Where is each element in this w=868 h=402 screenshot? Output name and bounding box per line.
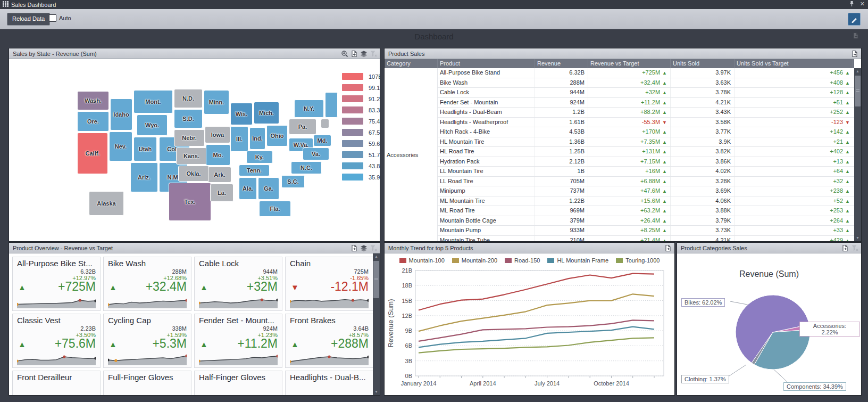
- cards-scrollbar[interactable]: ▲ ▼: [373, 253, 380, 395]
- map-state-kans[interactable]: Kans.: [176, 147, 207, 165]
- table-rows: All-Purpose Bike Stand 6.32B +725M▲ 3.97…: [438, 68, 854, 241]
- table-row[interactable]: All-Purpose Bike Stand 6.32B +725M▲ 3.97…: [438, 68, 854, 78]
- map-state-iowa[interactable]: Iowa: [205, 126, 230, 143]
- table-row[interactable]: Mountain Pump 933M +8.25M▲ 3.73K +33▲: [438, 226, 854, 236]
- table-row[interactable]: Hitch Rack - 4-Bike 4.53B +170M▲ 3.77K +…: [438, 127, 854, 137]
- product-card-cycling-cap[interactable]: Cycling Cap 338M +1.59% +5.3M ▲: [103, 314, 191, 368]
- map-state-nev[interactable]: Nev.: [109, 132, 132, 161]
- map-state-unlabeled[interactable]: [325, 92, 338, 118]
- product-card-cable-lock[interactable]: Cable Lock 944M +3.51% +32M ▲: [194, 257, 282, 311]
- map-state-wis[interactable]: Wis.: [230, 103, 253, 125]
- column-header-units-sold-vs-target[interactable]: Units Sold vs Target: [735, 59, 853, 68]
- product-card-front-derailleur[interactable]: Front Derailleur ▲: [12, 371, 101, 395]
- export-icon[interactable]: [841, 244, 849, 252]
- table-row[interactable]: Mountain Tire Tube 210M +21.4M▲ 4.21K +4…: [438, 236, 854, 242]
- map-state-mont[interactable]: Mont.: [133, 90, 173, 113]
- table-row[interactable]: Hydration Pack 2.12B +7.15M▲ 3.86K +13▲: [438, 157, 854, 167]
- product-card-classic-vest[interactable]: Classic Vest 2.23B +3.50% +75.6M ▲: [12, 314, 101, 368]
- svg-text:July 2014: July 2014: [535, 380, 560, 387]
- map-state-nd[interactable]: N.D.: [174, 89, 203, 108]
- export-icon[interactable]: [350, 50, 358, 58]
- column-header-revenue-vs-target[interactable]: Revenue vs Target: [588, 59, 671, 68]
- layers-icon[interactable]: [360, 50, 368, 58]
- map-state-va[interactable]: Va.: [303, 147, 329, 160]
- product-card-front-brakes[interactable]: Front Brakes 3.64B +8.57% +288M ▲: [285, 314, 373, 368]
- export-icon[interactable]: [350, 244, 358, 252]
- legend-label: 43.8B: [369, 163, 380, 169]
- column-header-revenue[interactable]: Revenue: [535, 59, 588, 68]
- map-state-md[interactable]: Md.: [313, 135, 331, 146]
- product-card-headlights-dual-b-[interactable]: Headlights - Dual-B... ▲: [285, 371, 373, 395]
- product-card-full-finger-gloves[interactable]: Full-Finger Gloves ▲: [103, 371, 191, 395]
- cell-revenue: 705M: [535, 177, 588, 186]
- column-header-units-sold[interactable]: Units Sold: [671, 59, 735, 68]
- product-card-bike-wash[interactable]: Bike Wash 288M +12.68% +32.4M ▲: [103, 257, 191, 311]
- product-card-all-purpose-bike-st-[interactable]: All-Purpose Bike St... 6.32B +12.97% +72…: [12, 257, 101, 311]
- table-row[interactable]: ML Mountain Tire 1.22B +15.6M▲ 4.06K +52…: [438, 196, 854, 207]
- map-state-wyo[interactable]: Wyo.: [137, 114, 168, 136]
- table-row[interactable]: Minipump 737M +47.6M▲ 3.69K +238▲: [438, 186, 854, 196]
- cell-units-sold: 3.77K: [671, 127, 735, 137]
- table-row[interactable]: Mountain Bottle Cage 379M +26.4M▲ 3.79K …: [438, 216, 854, 226]
- table-row[interactable]: LL Road Tire 705M +6.88M▲ 3.28K +32▲: [438, 177, 854, 187]
- auto-checkbox[interactable]: [49, 14, 56, 22]
- table-scrollbar[interactable]: ▲ ▼: [854, 68, 861, 241]
- product-card-chain[interactable]: Chain 725M -1.65% -12.1M ▼: [285, 257, 373, 311]
- map-state-calif[interactable]: Calif.: [77, 133, 108, 174]
- table-row[interactable]: LL Mountain Tire 1B +16M▲ 4.02K +64▲: [438, 167, 854, 177]
- map-state-alaska[interactable]: Alaska: [89, 191, 124, 216]
- map-state-ky[interactable]: Ky.: [246, 151, 273, 163]
- map-state-nebr[interactable]: Nebr.: [174, 129, 205, 146]
- auto-checkbox-group[interactable]: Auto: [49, 14, 71, 22]
- map-state-sd[interactable]: S.D.: [174, 109, 203, 128]
- map-legend-item: 91.2B: [342, 93, 380, 104]
- table-row[interactable]: ML Road Tire 969M +63.2M▲ 3.88K +253▲: [438, 206, 854, 216]
- table-row[interactable]: Fender Set - Mountain 924M +11.2M▲ 4.21K…: [438, 98, 854, 108]
- table-row[interactable]: HL Road Tire 1.25B +131M▲ 3.82K +402▲: [438, 147, 854, 157]
- map-state-nc[interactable]: N.C.: [291, 161, 322, 174]
- map-state-sc[interactable]: S.C.: [281, 175, 305, 188]
- svg-text:Revenue (Sum): Revenue (Sum): [387, 299, 395, 347]
- table-row[interactable]: Cable Lock 944M +32M▲ 3.78K +128▲: [438, 88, 854, 98]
- map-state-ny[interactable]: N.Y.: [294, 100, 324, 118]
- map-state-ala[interactable]: Ala.: [239, 177, 257, 200]
- map-state-mo[interactable]: Mo.: [206, 144, 230, 166]
- export-icon[interactable]: [664, 244, 672, 252]
- table-row[interactable]: Headlights - Dual-Beam 1.2B +88.2M▲ 3.43…: [438, 108, 854, 118]
- close-icon[interactable]: ✕: [860, 1, 865, 8]
- pin-icon[interactable]: [849, 1, 855, 8]
- cell-units-sold: 3.88K: [671, 206, 735, 216]
- dashboard-export-icon[interactable]: [852, 32, 859, 42]
- map-state-tex[interactable]: Tex.: [169, 183, 211, 221]
- product-card-fender-set-mount-[interactable]: Fender Set - Mount... 924M +1.23% +11.2M…: [194, 314, 282, 368]
- export-icon[interactable]: [851, 50, 858, 58]
- edit-dashboard-button[interactable]: [848, 13, 861, 26]
- map-state-la[interactable]: La.: [210, 184, 233, 202]
- product-card-half-finger-gloves[interactable]: Half-Finger Gloves ▲: [194, 371, 282, 395]
- table-row[interactable]: Headlights - Weatherproof 1.61B -55.3M▼ …: [438, 118, 854, 128]
- table-row[interactable]: Bike Wash 288M +32.4M▲ 3.63K +408▲: [438, 78, 854, 88]
- map-state-pa[interactable]: Pa.: [289, 119, 316, 135]
- map-state-fla[interactable]: Fla.: [259, 201, 291, 217]
- map-state-okla[interactable]: Okla.: [178, 166, 209, 182]
- map-state-tenn[interactable]: Tenn.: [239, 165, 270, 176]
- map-state-ariz[interactable]: Ariz.: [130, 162, 158, 192]
- map-state-unlabeled[interactable]: [321, 119, 329, 128]
- map-state-ga[interactable]: Ga.: [258, 177, 279, 200]
- zoom-icon[interactable]: [341, 50, 348, 58]
- map-state-ohio[interactable]: Ohio: [266, 125, 288, 146]
- map-state-mich[interactable]: Mich.: [254, 102, 279, 124]
- map-state-minn[interactable]: Minn.: [204, 90, 229, 114]
- map-state-ore[interactable]: Ore.: [77, 111, 109, 132]
- map-state-ind[interactable]: Ind.: [249, 127, 265, 150]
- map-state-utah[interactable]: Utah: [133, 137, 157, 161]
- table-row[interactable]: HL Mountain Tire 1.36B +7.35M▲ 3.9K +21▲: [438, 137, 854, 147]
- map-state-idaho[interactable]: Idaho: [110, 99, 132, 130]
- layers-icon[interactable]: [360, 244, 368, 252]
- reload-data-button[interactable]: Reload Data: [7, 13, 50, 26]
- column-header-category[interactable]: Category: [385, 59, 438, 68]
- map-state-ill[interactable]: Ill.: [230, 126, 248, 152]
- map-state-wash[interactable]: Wash.: [77, 91, 109, 110]
- map-state-ark[interactable]: Ark.: [208, 167, 231, 183]
- column-header-product[interactable]: Product: [438, 59, 535, 68]
